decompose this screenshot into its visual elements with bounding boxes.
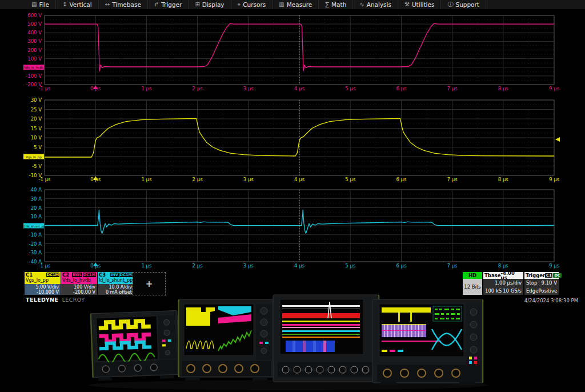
channel-zero-tag-label: Vgs_lo_pp [26, 155, 42, 159]
y-axis-tick-label: 10 V [31, 135, 42, 141]
y-axis-tick-label: 10 A [31, 214, 42, 219]
x-axis-tick-label: 7 µs [447, 263, 458, 269]
y-axis-tick-label: 15 V [31, 126, 42, 131]
channel-id: C3 [99, 273, 106, 278]
scope-product-3 [273, 295, 379, 382]
channel-zero-tag-label: Id_lo_shunt_pp [22, 225, 46, 229]
x-axis-tick-label: 7 µs [447, 86, 458, 91]
menu-item-label: Vertical [69, 1, 91, 8]
coupling-badge: DC1M [119, 273, 133, 278]
menu-item-math[interactable]: ∑Math [319, 0, 353, 9]
y-axis-tick-label: 40 A [31, 187, 42, 193]
x-axis-tick-label: 9 µs [549, 86, 560, 91]
y-axis-tick-label: -30 A [29, 250, 42, 255]
file-icon: ▤ [31, 2, 37, 7]
timebase-box[interactable]: Tbase-4.00 µs1.00 µs/div100 kS10 GS/s [483, 272, 523, 295]
x-axis-tick-label: 5 µs [345, 86, 356, 91]
x-axis-tick-label: 2 µs [193, 177, 203, 182]
menu-item-display[interactable]: ⊞Display [189, 0, 231, 9]
y-axis-tick-label: 30 V [31, 97, 42, 103]
menu-item-vertical[interactable]: ↕Vertical [56, 0, 99, 9]
y-axis-tick-label: -10 A [29, 232, 42, 238]
trigger-coupling-badge: DC [553, 273, 561, 278]
menu-item-label: Analysis [367, 1, 391, 8]
x-axis-tick-label: 2 µs [193, 263, 203, 269]
horizontal-arrows-icon: ↔ [105, 2, 110, 7]
coupling-badge: INV [110, 273, 119, 278]
coupling-badge: BWL [72, 273, 82, 278]
support-icon: ⓘ [447, 2, 453, 7]
x-axis-tick-label: 1 µs [141, 86, 152, 91]
menu-item-file[interactable]: ▤File [25, 0, 56, 9]
menu-item-label: File [39, 1, 49, 8]
scope-product-2 [178, 299, 274, 381]
menu-item-support[interactable]: ⓘSupport [441, 0, 486, 9]
trigger-mode: Stop [526, 281, 537, 286]
menu-item-timebase[interactable]: ↔Timebase [99, 0, 148, 9]
trigger-box[interactable]: TriggerC1DCStop9.10 VEdgePositive [524, 272, 559, 295]
menu-bar: ▤File↕Vertical↔Timebase↱Trigger⊞Display⌖… [0, 0, 585, 10]
x-axis-tick-label: 6 µs [396, 177, 407, 182]
y-axis-tick-label: 300 V [27, 38, 42, 44]
y-axis-tick-label: 25 V [31, 107, 42, 113]
measure-icon: ▥ [279, 2, 284, 7]
x-axis-tick-label: 4 µs [294, 86, 305, 91]
analysis-icon: ∿ [359, 2, 364, 7]
x-axis-tick-label: 9 µs [549, 177, 560, 182]
menu-item-measure[interactable]: ▥Measure [273, 0, 319, 9]
hd-mode-box[interactable]: HD12 Bits [463, 272, 482, 295]
trigger-header: TriggerC1DC [524, 272, 559, 279]
channel-descriptor-c3[interactable]: C3INVDC1MId_lo_shunt_pp10.0 A/div0 mA of… [98, 272, 134, 295]
trigger-level: 9.10 V [542, 281, 557, 286]
menu-item-utilities[interactable]: ⚒Utilities [398, 0, 442, 9]
waveform-display[interactable]: 600 V500 V400 V300 V200 V100 V0 mV-100 V… [0, 10, 585, 271]
x-axis-tick-label: 8 µs [498, 177, 509, 182]
y-axis-tick-label: 600 V [27, 13, 42, 18]
y-axis-tick-label: 400 V [27, 30, 42, 35]
menu-item-analysis[interactable]: ∿Analysis [353, 0, 398, 9]
timebase-perdiv-row: 1.00 µs/div [483, 279, 523, 287]
timebase-values: 1.00 µs/div100 kS10 GS/s [483, 279, 523, 295]
menu-item-cursors[interactable]: ⌖Cursors [231, 0, 273, 9]
x-axis-tick-label: 5 µs [345, 263, 356, 269]
channel-header: C3INVDC1M [98, 272, 134, 278]
menu-item-label: Support [455, 1, 479, 8]
y-axis-tick-label: -100 V [26, 73, 42, 79]
x-axis-tick-label: -1 µs [38, 86, 51, 91]
menu-item-label: Utilities [412, 1, 435, 8]
x-axis-tick-label: 8 µs [498, 86, 509, 91]
channel-setting-value: 5.00 V/div [25, 285, 59, 290]
add-trace-button[interactable]: + [133, 272, 166, 295]
plus-icon: + [146, 279, 153, 289]
scope-product-4 [372, 299, 483, 385]
hd-header: HD [463, 272, 482, 279]
timebase-sample-rate: 10 GS/s [503, 289, 522, 294]
menu-item-label: Math [331, 1, 346, 8]
x-axis-tick-label: -1 µs [38, 263, 51, 269]
channel-descriptor-c1[interactable]: C1DC1MVgs_lo_pp5.00 V/div-10.000 V [25, 272, 61, 295]
channel-id: C1 [26, 273, 33, 278]
utilities-icon: ⚒ [404, 2, 410, 7]
y-axis-tick-label: 5 V [34, 145, 42, 150]
scope-product-1 [90, 311, 179, 381]
menu-item-label: Display [202, 1, 225, 8]
y-axis-tick-label: 20 A [31, 205, 42, 211]
x-axis-tick-label: 6 µs [396, 86, 407, 91]
descriptor-bar: C1DC1MVgs_lo_pp5.00 V/div-10.000 VC2BWLD… [0, 271, 585, 295]
vertical-arrows-icon: ↕ [62, 2, 67, 7]
channel-header: C1DC1M [25, 272, 61, 278]
y-axis-tick-label: 30 A [31, 196, 42, 202]
channel-descriptor-c2[interactable]: C2BWLDC1MVds_lo_hvdb100 V/div-200.00 V [61, 272, 97, 295]
math-icon: ∑ [325, 2, 329, 7]
coupling-badge: DC1M [83, 273, 96, 278]
x-axis-tick-label: 3 µs [243, 177, 254, 182]
trace-name: Vds_lo_hvdb [61, 278, 97, 284]
menu-item-label: Measure [287, 1, 312, 8]
y-axis-tick-label: 200 V [27, 47, 42, 53]
menu-item-trigger[interactable]: ↱Trigger [148, 0, 189, 9]
channel-id: C2 [62, 273, 69, 278]
timebase-label: Tbase [484, 273, 500, 278]
trigger-type: Edge [526, 289, 538, 294]
x-axis-tick-label: 8 µs [498, 263, 509, 269]
x-axis-tick-label: 6 µs [396, 263, 407, 269]
